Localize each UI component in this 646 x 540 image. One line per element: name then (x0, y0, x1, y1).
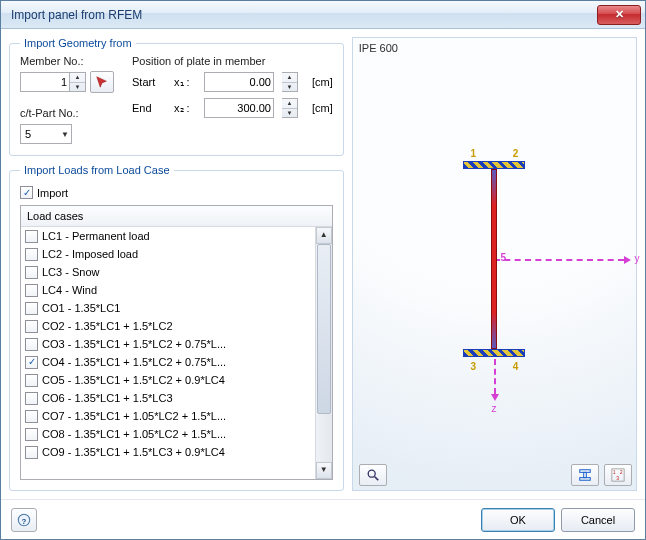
list-item-label: CO8 - 1.35*LC1 + 1.05*LC2 + 1.5*L... (42, 428, 226, 440)
ibeam-outline-icon (578, 468, 592, 482)
list-item-label: LC1 - Permanent load (42, 230, 150, 242)
svg-rect-4 (584, 472, 587, 477)
list-item-checkbox[interactable] (25, 248, 38, 261)
preview-canvas: y z 1 2 5 3 (353, 58, 636, 460)
view-mode-1-button[interactable] (571, 464, 599, 486)
list-item[interactable]: CO8 - 1.35*LC1 + 1.05*LC2 + 1.5*L... (21, 425, 315, 443)
y-axis-label: y (634, 253, 639, 264)
help-button[interactable]: ? (11, 508, 37, 532)
svg-text:1: 1 (613, 469, 616, 475)
geom-right: Position of plate in member Start x₁ : ▲… (132, 55, 333, 145)
svg-point-0 (368, 470, 375, 477)
scroll-thumb[interactable] (317, 244, 331, 414)
z-axis-label: z (491, 403, 496, 414)
web-num-5: 5 (500, 252, 506, 263)
list-item-checkbox[interactable] (25, 320, 38, 333)
section-preview: IPE 600 y z 1 2 (352, 37, 637, 491)
dialog-window: Import panel from RFEM ✕ Import Geometry… (0, 0, 646, 540)
import-checkbox[interactable]: ✓ (20, 186, 33, 199)
list-item-checkbox[interactable]: ✓ (25, 356, 38, 369)
list-item-label: CO1 - 1.35*LC1 (42, 302, 120, 314)
dialog-footer: ? OK Cancel (1, 499, 645, 539)
list-item-checkbox[interactable] (25, 428, 38, 441)
ok-button[interactable]: OK (481, 508, 555, 532)
list-item-checkbox[interactable] (25, 446, 38, 459)
list-item-checkbox[interactable] (25, 284, 38, 297)
list-item[interactable]: CO2 - 1.35*LC1 + 1.5*LC2 (21, 317, 315, 335)
list-item[interactable]: LC3 - Snow (21, 263, 315, 281)
x2-spinner[interactable]: ▲▼ (282, 98, 298, 118)
svg-text:2: 2 (620, 469, 623, 475)
group-import-loads: Import Loads from Load Case ✓ Import Loa… (9, 164, 344, 491)
ibeam-icon: 1 2 5 3 4 (463, 161, 525, 357)
list-item-checkbox[interactable] (25, 266, 38, 279)
member-no-input[interactable] (20, 72, 70, 92)
dialog-content: Import Geometry from Member No.: ▲▼ (1, 29, 645, 499)
flange-num-3: 3 (470, 361, 476, 372)
chevron-down-icon: ▼ (61, 130, 69, 139)
list-item-checkbox[interactable] (25, 338, 38, 351)
list-item[interactable]: CO3 - 1.35*LC1 + 1.5*LC2 + 0.75*L... (21, 335, 315, 353)
left-column: Import Geometry from Member No.: ▲▼ (9, 37, 344, 491)
load-cases-list: Load cases LC1 - Permanent loadLC2 - Imp… (20, 205, 333, 480)
help-icon: ? (17, 513, 31, 527)
zoom-button[interactable] (359, 464, 387, 486)
list-item-label: LC3 - Snow (42, 266, 99, 278)
pick-arrow-icon (95, 75, 109, 89)
list-item-checkbox[interactable] (25, 410, 38, 423)
window-title: Import panel from RFEM (11, 8, 142, 22)
list-item-label: CO9 - 1.35*LC1 + 1.5*LC3 + 0.9*LC4 (42, 446, 225, 458)
scroll-up-button[interactable]: ▲ (316, 227, 332, 244)
member-no-label: Member No.: (20, 55, 120, 67)
list-item[interactable]: ✓CO4 - 1.35*LC1 + 1.5*LC2 + 0.75*L... (21, 353, 315, 371)
list-item[interactable]: CO6 - 1.35*LC1 + 1.5*LC3 (21, 389, 315, 407)
flange-num-2: 2 (513, 148, 519, 159)
list-body: LC1 - Permanent loadLC2 - Imposed loadLC… (21, 227, 315, 479)
list-header-label: Load cases (27, 210, 83, 222)
flange-num-4: 4 (513, 361, 519, 372)
member-no-spinner[interactable]: ▲▼ (70, 72, 86, 92)
list-item-checkbox[interactable] (25, 374, 38, 387)
x1-label: x₁ : (174, 76, 196, 89)
geom-left: Member No.: ▲▼ c/t-Part No.: (20, 55, 120, 145)
list-item-label: CO3 - 1.35*LC1 + 1.5*LC2 + 0.75*L... (42, 338, 226, 350)
x2-input[interactable] (204, 98, 274, 118)
list-item[interactable]: LC2 - Imposed load (21, 245, 315, 263)
titlebar: Import panel from RFEM ✕ (1, 1, 645, 29)
numbered-view-icon: 1 2 3 (611, 468, 625, 482)
x1-input[interactable] (204, 72, 274, 92)
svg-text:3: 3 (616, 475, 619, 481)
pick-member-button[interactable] (90, 71, 114, 93)
ct-part-combo[interactable]: 5 ▼ (20, 124, 72, 144)
scroll-track[interactable] (316, 244, 332, 462)
scrollbar[interactable]: ▲ ▼ (315, 227, 332, 479)
list-header[interactable]: Load cases (21, 206, 332, 227)
top-flange: 1 2 (463, 161, 525, 169)
list-item[interactable]: CO9 - 1.35*LC1 + 1.5*LC3 + 0.9*LC4 (21, 443, 315, 461)
list-item-label: CO4 - 1.35*LC1 + 1.5*LC2 + 0.75*L... (42, 356, 226, 368)
section-label: IPE 600 (353, 38, 636, 58)
start-label: Start (132, 76, 166, 88)
group-legend-geometry: Import Geometry from (20, 37, 136, 49)
list-item[interactable]: CO7 - 1.35*LC1 + 1.05*LC2 + 1.5*L... (21, 407, 315, 425)
list-item[interactable]: CO1 - 1.35*LC1 (21, 299, 315, 317)
x1-spinner[interactable]: ▲▼ (282, 72, 298, 92)
flange-num-1: 1 (470, 148, 476, 159)
list-item[interactable]: LC4 - Wind (21, 281, 315, 299)
close-button[interactable]: ✕ (597, 5, 641, 25)
x2-label: x₂ : (174, 102, 196, 115)
list-item-label: LC4 - Wind (42, 284, 97, 296)
list-item-checkbox[interactable] (25, 302, 38, 315)
cancel-button[interactable]: Cancel (561, 508, 635, 532)
list-item[interactable]: CO5 - 1.35*LC1 + 1.5*LC2 + 0.9*LC4 (21, 371, 315, 389)
list-item-label: CO6 - 1.35*LC1 + 1.5*LC3 (42, 392, 173, 404)
list-item[interactable]: LC1 - Permanent load (21, 227, 315, 245)
preview-toolbar: 1 2 3 (353, 460, 636, 490)
list-item-label: CO5 - 1.35*LC1 + 1.5*LC2 + 0.9*LC4 (42, 374, 225, 386)
ct-part-label: c/t-Part No.: (20, 107, 120, 119)
view-mode-2-button[interactable]: 1 2 3 (604, 464, 632, 486)
list-item-checkbox[interactable] (25, 230, 38, 243)
svg-line-1 (375, 477, 379, 481)
list-item-checkbox[interactable] (25, 392, 38, 405)
scroll-down-button[interactable]: ▼ (316, 462, 332, 479)
